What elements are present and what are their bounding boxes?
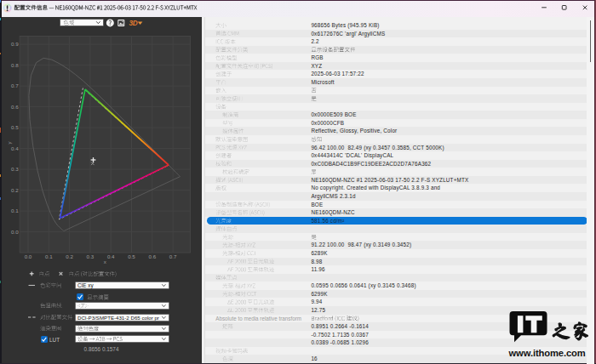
svg-text:0x6172676C 'argl' ArgyllCMS: 0x6172676C 'argl' ArgyllCMS: [311, 31, 385, 37]
svg-text:BOE: BOE: [311, 202, 323, 208]
svg-text:ArgyllCMS 2.3.1d: ArgyllCMS 2.3.1d: [311, 193, 355, 200]
svg-text:0.8951 0.2664 -0.1614: 0.8951 0.2664 -0.1614: [311, 323, 369, 329]
svg-text:6289K: 6289K: [311, 250, 328, 256]
svg-text:0x0000E509 BOE: 0x0000E509 BOE: [311, 111, 356, 117]
svg-text:NE160QDM-NZC #1 2025-06-03 17-: NE160QDM-NZC #1 2025-06-03 17-50 2.2 F-S…: [311, 177, 469, 184]
svg-text:968656 Bytes (945.95 KiB): 968656 Bytes (945.95 KiB): [311, 22, 379, 29]
svg-text:-0.7502 1.7135 0.0367: -0.7502 1.7135 0.0367: [311, 332, 369, 338]
svg-text:581.56 cd/m²: 581.56 cd/m²: [311, 218, 344, 224]
svg-text:0.0: 0.0: [25, 253, 32, 259]
svg-text:XYZ: XYZ: [311, 63, 322, 69]
svg-text:96.42 100.00 82.49 (xy 0.3457: 96.42 100.00 82.49 (xy 0.3457 0.3585, CC…: [311, 145, 444, 151]
svg-text:0.8656 0.1574: 0.8656 0.1574: [84, 346, 119, 352]
svg-text:0.0: 0.0: [11, 229, 19, 235]
svg-text:0.1: 0.1: [11, 208, 19, 213]
svg-text:12.75: 12.75: [311, 307, 325, 313]
svg-text:2.2: 2.2: [311, 38, 319, 44]
svg-text:Microsoft: Microsoft: [311, 79, 334, 85]
svg-text:0.7: 0.7: [169, 253, 177, 259]
svg-text:0x4443414C 'DCAL' DisplayCAL: 0x4443414C 'DCAL' DisplayCAL: [311, 152, 393, 159]
svg-text:DCI-P3/SMPTE-431-2 D65 color p: DCI-P3/SMPTE-431-2 D65 color pr: [77, 315, 159, 321]
svg-text:0.4: 0.4: [107, 253, 115, 259]
svg-text:0.0595 0.0656 0.0641 (xy 0.314: 0.0595 0.0656 0.0641 (xy 0.3145 0.3468): [311, 282, 415, 289]
svg-text:Reflective, Glossy, Positive,: Reflective, Glossy, Positive, Color: [311, 128, 397, 134]
svg-text:91.22 100.00 98.47 (xy 0.3149: 91.22 100.00 98.47 (xy 0.3149 0.3452): [311, 242, 411, 248]
svg-text:16: 16: [311, 355, 318, 361]
svg-text:0.0389 -0.0685 1.0296: 0.0389 -0.0685 1.0296: [311, 339, 369, 345]
svg-text:Absolute to media relative tra: Absolute to media relative transform: [215, 316, 301, 321]
svg-text:2025-06-03 17:57:22: 2025-06-03 17:57:22: [311, 71, 364, 77]
svg-text:www.ithome.com: www.ithome.com: [508, 348, 586, 358]
svg-text:0x00000CFB: 0x00000CFB: [311, 120, 344, 126]
svg-text:CIE xy: CIE xy: [77, 282, 94, 289]
svg-text:0.6: 0.6: [148, 253, 156, 259]
svg-text:y: y: [6, 141, 12, 145]
svg-text:LUT: LUT: [49, 337, 60, 343]
svg-text:8.98: 8.98: [311, 259, 322, 264]
svg-text:x: x: [104, 259, 107, 264]
svg-text:0.2: 0.2: [66, 253, 73, 259]
svg-text:No copyright. Created with Dis: No copyright. Created with DisplayCAL 3.…: [311, 185, 440, 191]
svg-text:0.8: 0.8: [11, 62, 19, 68]
svg-text:0.5: 0.5: [128, 253, 135, 259]
svg-text:6299K: 6299K: [311, 291, 328, 297]
svg-text:0.6: 0.6: [11, 104, 19, 110]
svg-text:0.2: 0.2: [11, 187, 19, 193]
svg-text:0.4: 0.4: [11, 145, 19, 151]
svg-text:0.7: 0.7: [11, 82, 19, 88]
svg-text:0.3: 0.3: [87, 253, 95, 259]
svg-text:0.1: 0.1: [45, 253, 53, 259]
svg-text:11.96: 11.96: [311, 266, 325, 272]
svg-text:0.3: 0.3: [11, 166, 19, 172]
svg-text:RGB: RGB: [311, 54, 323, 60]
svg-text:NE160QDM-NZC: NE160QDM-NZC: [311, 209, 355, 216]
svg-text:0xC0DBAD4C1B9FC19DEE2ACD2D7A76: 0xC0DBAD4C1B9FC19DEE2ACD2D7A76A362: [311, 161, 431, 167]
svg-text:0.5: 0.5: [11, 124, 19, 130]
svg-text:9.94: 9.94: [311, 299, 322, 304]
svg-text:0.9: 0.9: [11, 41, 19, 47]
svg-text:3D: 3D: [129, 20, 138, 27]
